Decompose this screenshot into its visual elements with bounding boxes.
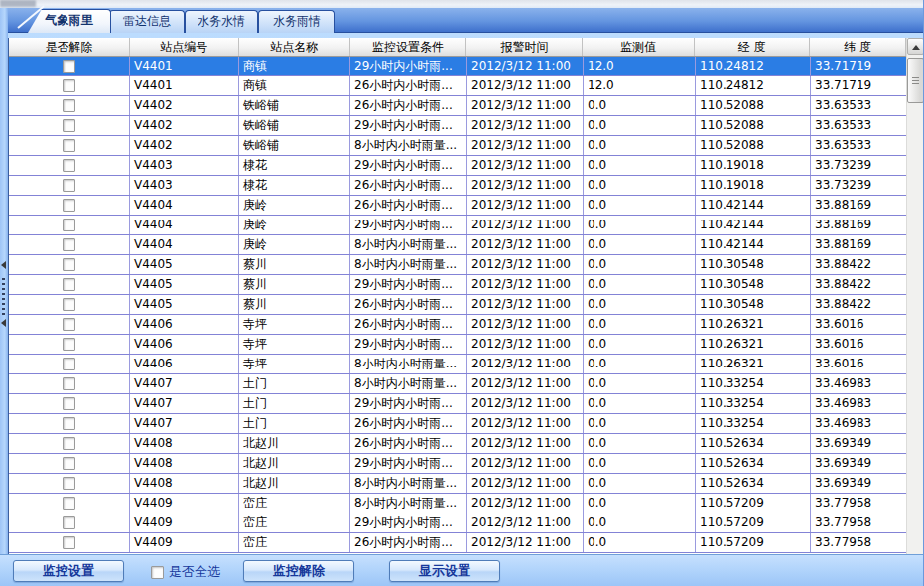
table-row[interactable]: V4403棣花26小时内小时雨...2012/3/12 11:000.0110.… (9, 176, 907, 196)
cell-clear-flag (9, 156, 130, 175)
cell-clear-flag (9, 96, 130, 115)
table-row[interactable]: V4408北赵川29小时内小时雨...2012/3/12 11:000.0110… (9, 454, 907, 474)
row-clear-checkbox[interactable] (63, 298, 75, 311)
table-row[interactable]: V4402铁峪铺29小时内小时雨...2012/3/12 11:000.0110… (9, 116, 907, 136)
header-monitor-value[interactable]: 监测值 (583, 38, 695, 56)
splitter-collapse-icon[interactable] (1, 319, 6, 327)
cell-longitude: 110.30548 (696, 295, 811, 314)
cell-latitude: 33.88422 (811, 275, 907, 294)
cell-monitor-condition: 26小时内小时雨... (350, 176, 467, 195)
table-row[interactable]: V4401商镇29小时内小时雨...2012/3/12 11:0012.0110… (9, 57, 907, 76)
row-clear-checkbox[interactable] (63, 79, 75, 92)
cell-alarm-time: 2012/3/12 11:00 (467, 513, 584, 532)
row-clear-checkbox[interactable] (63, 358, 75, 370)
header-station-code[interactable]: 站点编号 (130, 38, 239, 56)
table-row[interactable]: V4401商镇26小时内小时雨...2012/3/12 11:0012.0110… (9, 76, 907, 96)
cell-station-name: 土门 (239, 414, 350, 433)
cell-station-code: V4407 (130, 414, 239, 433)
row-clear-checkbox[interactable] (63, 397, 75, 410)
cell-longitude: 110.33254 (696, 414, 811, 433)
row-clear-checkbox[interactable] (63, 278, 75, 291)
table-row[interactable]: V4409峦庄29小时内小时雨...2012/3/12 11:000.0110.… (9, 513, 907, 533)
cell-station-name: 蔡川 (239, 255, 350, 274)
scrollbar-thumb[interactable] (907, 58, 924, 103)
cell-station-code: V4409 (130, 533, 239, 552)
cell-monitor-condition: 8小时内小时雨量... (350, 355, 467, 373)
table-row[interactable]: V4405蔡川26小时内小时雨...2012/3/12 11:000.0110.… (9, 295, 907, 315)
table-row[interactable]: V4408北赵川8小时内小时雨量...2012/3/12 11:000.0110… (9, 474, 907, 494)
row-clear-checkbox[interactable] (63, 199, 75, 212)
table-row[interactable]: V4404庚岭8小时内小时雨量...2012/3/12 11:000.0110.… (9, 235, 907, 255)
table-row[interactable]: V4402铁峪铺8小时内小时雨量...2012/3/12 11:000.0110… (9, 136, 907, 156)
arrow-up-icon (912, 45, 920, 50)
cell-station-name: 蔡川 (239, 295, 350, 314)
display-setup-button[interactable]: 显示设置 (389, 560, 500, 582)
table-row[interactable]: V4404庚岭29小时内小时雨...2012/3/12 11:000.0110.… (9, 216, 907, 235)
table-row[interactable]: V4408北赵川26小时内小时雨...2012/3/12 11:000.0110… (9, 434, 907, 454)
header-clear-flag[interactable]: 是否解除 (9, 38, 130, 56)
table-row[interactable]: V4404庚岭26小时内小时雨...2012/3/12 11:000.0110.… (9, 196, 907, 216)
cell-clear-flag (9, 216, 130, 234)
row-clear-checkbox[interactable] (63, 457, 75, 470)
header-latitude[interactable]: 纬 度 (810, 38, 906, 56)
row-clear-checkbox[interactable] (63, 516, 75, 529)
table-row[interactable]: V4405蔡川8小时内小时雨量...2012/3/12 11:000.0110.… (9, 255, 907, 275)
table-row[interactable]: V4406寺坪29小时内小时雨...2012/3/12 11:000.0110.… (9, 335, 907, 355)
cell-station-code: V4408 (130, 454, 239, 473)
monitor-setup-button[interactable]: 监控设置 (13, 560, 124, 582)
row-clear-checkbox[interactable] (63, 477, 75, 490)
row-clear-checkbox[interactable] (63, 258, 75, 271)
left-splitter-strip[interactable] (0, 8, 8, 586)
table-row[interactable]: V4405蔡川29小时内小时雨...2012/3/12 11:000.0110.… (9, 275, 907, 295)
select-all-checkbox[interactable] (151, 566, 164, 579)
scroll-up-button[interactable] (907, 38, 924, 55)
cell-latitude: 33.73239 (811, 176, 907, 195)
tab-radar-info[interactable]: 雷达信息 (109, 10, 185, 33)
table-row[interactable]: V4407土门29小时内小时雨...2012/3/12 11:000.0110.… (9, 394, 907, 414)
table-row[interactable]: V4402铁峪铺26小时内小时雨...2012/3/12 11:000.0110… (9, 96, 907, 116)
row-clear-checkbox[interactable] (63, 377, 75, 390)
table-row[interactable]: V4406寺坪26小时内小时雨...2012/3/12 11:000.0110.… (9, 315, 907, 335)
cell-alarm-time: 2012/3/12 11:00 (467, 315, 584, 334)
row-clear-checkbox[interactable] (63, 99, 75, 112)
header-station-name[interactable]: 站点名称 (239, 38, 350, 56)
table-row[interactable]: V4409峦庄26小时内小时雨...2012/3/12 11:000.0110.… (9, 533, 907, 553)
cell-station-code: V4405 (130, 255, 239, 274)
row-clear-checkbox[interactable] (63, 219, 75, 231)
row-clear-checkbox[interactable] (63, 60, 75, 73)
table-row[interactable]: V4407土门26小时内小时雨...2012/3/12 11:000.0110.… (9, 414, 907, 434)
cell-station-name: 土门 (239, 374, 350, 393)
tab-weather-rain[interactable]: 气象雨里 (28, 9, 111, 33)
header-monitor-condition[interactable]: 监控设置条件 (350, 38, 467, 56)
cell-monitor-condition: 29小时内小时雨... (350, 57, 467, 75)
cell-station-name: 铁峪铺 (239, 136, 350, 155)
row-clear-checkbox[interactable] (63, 119, 75, 132)
cell-station-name: 商镇 (239, 57, 350, 75)
header-longitude[interactable]: 经 度 (695, 38, 810, 56)
row-clear-checkbox[interactable] (63, 139, 75, 152)
table-row[interactable]: V4406寺坪8小时内小时雨量...2012/3/12 11:000.0110.… (9, 355, 907, 374)
tab-water-regime[interactable]: 水务水情 (185, 10, 258, 33)
table-row[interactable]: V4407土门8小时内小时雨量...2012/3/12 11:000.0110.… (9, 374, 907, 394)
cell-latitude: 33.63533 (811, 136, 907, 155)
splitter-grip-handle[interactable] (2, 278, 5, 318)
row-clear-checkbox[interactable] (63, 159, 75, 172)
splitter-collapse-icon[interactable] (1, 261, 6, 269)
header-alarm-time[interactable]: 报警时间 (466, 38, 583, 56)
cell-longitude: 110.19018 (696, 156, 811, 175)
row-clear-checkbox[interactable] (63, 318, 75, 331)
vertical-scrollbar[interactable] (906, 38, 923, 554)
row-clear-checkbox[interactable] (63, 179, 75, 192)
table-row[interactable]: V4409峦庄8小时内小时雨量...2012/3/12 11:000.0110.… (9, 494, 907, 513)
row-clear-checkbox[interactable] (63, 338, 75, 351)
cell-latitude: 33.6016 (811, 315, 907, 334)
row-clear-checkbox[interactable] (63, 437, 75, 450)
monitor-release-button[interactable]: 监控解除 (243, 560, 354, 582)
row-clear-checkbox[interactable] (63, 536, 75, 549)
tab-water-rain[interactable]: 水务雨情 (258, 10, 335, 33)
row-clear-checkbox[interactable] (63, 238, 75, 251)
row-clear-checkbox[interactable] (63, 417, 75, 430)
cell-latitude: 33.63533 (811, 116, 907, 135)
table-row[interactable]: V4403棣花29小时内小时雨...2012/3/12 11:000.0110.… (9, 156, 907, 176)
row-clear-checkbox[interactable] (63, 497, 75, 510)
